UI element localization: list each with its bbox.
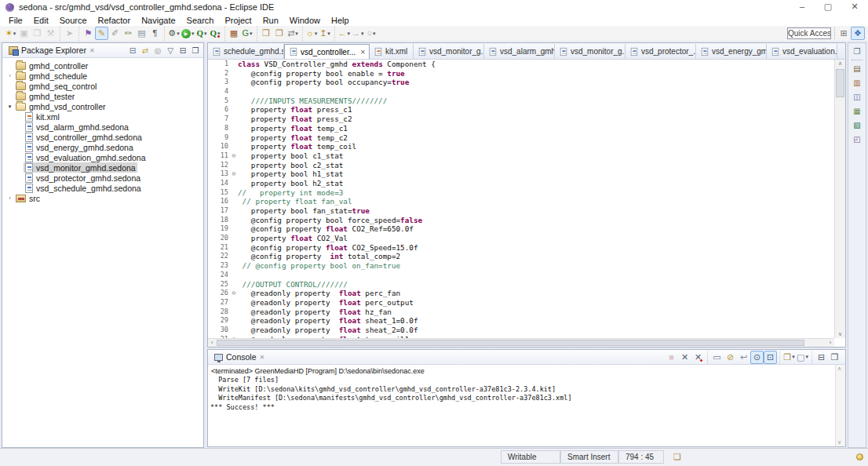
view-close-icon[interactable]: ✕: [89, 47, 95, 54]
display-console-icon[interactable]: ▢▾: [796, 351, 809, 364]
fold-marker-icon[interactable]: ⊖: [230, 151, 238, 161]
menu-help[interactable]: Help: [326, 16, 355, 25]
run-icon[interactable]: ▶▾: [181, 27, 195, 40]
menu-run[interactable]: Run: [257, 16, 284, 25]
editor-vscroll-thumb[interactable]: [836, 69, 844, 97]
maximize-view-icon[interactable]: ❐: [828, 351, 841, 364]
fold-marker-icon[interactable]: ⊖: [230, 169, 238, 179]
profile-icon[interactable]: Q▾: [209, 27, 222, 40]
minimized-view-4-icon[interactable]: ▦: [850, 105, 864, 117]
menu-project[interactable]: Project: [219, 16, 257, 25]
link-editor-icon[interactable]: ⇄▾: [286, 27, 300, 40]
console-scroll-down-icon[interactable]: ∨: [837, 439, 841, 446]
minimize-view-icon[interactable]: ⊟: [177, 45, 189, 56]
tree-item-src[interactable]: ›src: [2, 193, 203, 203]
console-close-icon[interactable]: ✕: [260, 354, 265, 361]
save-all-icon[interactable]: ❐: [31, 27, 44, 40]
menu-edit[interactable]: Edit: [28, 16, 54, 25]
notification-bulb-icon[interactable]: [856, 453, 863, 461]
editor-tab-vsd-controller-[interactable]: vsd_controller...✕: [284, 44, 370, 59]
tree-item-gmhd-schedule[interactable]: ›gmhd_schedule: [2, 71, 203, 81]
tree-item-vsd-schedule-gmhd-sedona[interactable]: vsd_schedule_gmhd.sedona: [2, 183, 203, 193]
debug-icon[interactable]: ⚙▾: [167, 27, 181, 40]
window-minimize-button[interactable]: –: [790, 0, 814, 13]
maximize-view-icon[interactable]: ❐: [189, 45, 202, 56]
scroll-down-icon[interactable]: ∨: [835, 331, 845, 337]
tree-item-gmhd-vsd-controller[interactable]: ▾gmhd_vsd_controller: [2, 101, 203, 111]
editor-tab-vsd-energy-gm-[interactable]: vsd_energy_gm...: [696, 44, 767, 59]
next-annotation-icon[interactable]: ○▾: [365, 27, 378, 40]
tree-item-vsd-energy-gmhd-sedona[interactable]: vsd_energy_gmhd.sedona: [2, 142, 203, 152]
tree-item-vsd-monitor-gmhd-sedona[interactable]: vsd_monitor_gmhd.sedona: [2, 162, 203, 173]
editor-tab-vsd-evaluation-[interactable]: vsd_evaluation...: [767, 44, 837, 59]
minimized-view-2-icon[interactable]: ▥: [850, 77, 864, 89]
clear-console-icon[interactable]: ▭: [710, 351, 724, 364]
minimized-view-6-icon[interactable]: ◰: [850, 133, 864, 145]
editor-horizontal-scrollbar[interactable]: ‹ ›: [208, 338, 834, 347]
minimized-view-3-icon[interactable]: ◫: [850, 91, 864, 103]
console-scroll-up-icon[interactable]: ∧: [837, 366, 841, 372]
minimized-view-1-icon[interactable]: ▤: [850, 63, 864, 75]
tree-item-vsd-evaluation-gmhd-sedona[interactable]: vsd_evaluation_gmhd.sedona: [2, 152, 203, 162]
window-close-button[interactable]: ✕: [843, 0, 866, 13]
menu-file[interactable]: File: [3, 16, 28, 25]
link-with-editor-icon[interactable]: ⇄: [139, 45, 151, 56]
editor-hscroll-thumb[interactable]: [217, 340, 804, 346]
editor-tab-kit-xml[interactable]: kit.xml: [370, 44, 414, 59]
tree-item-kit-xml[interactable]: kit.xml: [2, 111, 203, 122]
sedona-doc-icon[interactable]: ▤: [135, 27, 148, 40]
remove-all-launches-icon[interactable]: ✕: [691, 351, 705, 364]
tree-item-vsd-alarm-gmhd-sedona[interactable]: vsd_alarm_gmhd.sedona: [2, 122, 203, 132]
tree-item-vsd-protector-gmhd-sedona[interactable]: vsd_protector_gmhd.sedona: [2, 173, 203, 183]
remove-launch-icon[interactable]: ✕: [678, 351, 691, 364]
coverage-icon[interactable]: Q▾: [195, 27, 209, 40]
editor-tab-vsd-protector-[interactable]: vsd_protector_...: [625, 44, 696, 59]
sedona-edit-icon[interactable]: ✏: [122, 27, 135, 40]
view-menu-icon[interactable]: ▽: [164, 45, 177, 56]
minimize-view-icon[interactable]: ⊟: [815, 351, 828, 364]
scroll-lock-icon[interactable]: ⊘: [724, 351, 737, 364]
code-editor[interactable]: 1class VSD_Controller_gmhd extends Compo…: [209, 60, 834, 338]
tree-item-gmhd-controller[interactable]: gmhd_controller: [2, 60, 203, 71]
pin-console-icon[interactable]: ⊙: [750, 351, 764, 364]
menu-refactor[interactable]: Refactor: [93, 16, 137, 25]
menu-search[interactable]: Search: [181, 16, 220, 25]
sedona-kit-icon[interactable]: ⚑: [82, 27, 95, 40]
menu-navigate[interactable]: Navigate: [136, 16, 181, 25]
last-edit-location-icon[interactable]: ☼▾: [305, 27, 319, 40]
tree-item-gmhd-tester[interactable]: gmhd_tester: [2, 91, 203, 101]
editor-tab-vsd-monitor-g-[interactable]: vsd_monitor_g...: [414, 44, 484, 59]
show-on-output-icon[interactable]: ⊡: [764, 351, 777, 364]
quick-access-input[interactable]: Quick Access: [787, 27, 831, 39]
tree-expander-icon[interactable]: ›: [5, 193, 14, 203]
tree-item-gmhd-seq-control[interactable]: gmhd_seq_control: [2, 81, 203, 91]
update-site-icon[interactable]: G▾: [241, 27, 254, 40]
editor-vertical-scrollbar[interactable]: ∧ ∨: [834, 60, 845, 338]
console-output[interactable]: Parse [7 files] WriteKit [D:\sedona\kits…: [208, 376, 845, 412]
word-wrap-icon[interactable]: ↩: [737, 351, 750, 364]
scroll-up-icon[interactable]: ∧: [835, 60, 845, 67]
sedona-perspective-icon[interactable]: ❖: [851, 27, 865, 40]
sedona-build-icon[interactable]: ✎: [95, 27, 108, 40]
menu-window[interactable]: Window: [284, 16, 326, 25]
open-perspective-icon[interactable]: ⊞: [837, 27, 851, 40]
selection-tool-icon[interactable]: ➤: [63, 27, 76, 40]
restore-views-icon[interactable]: ❐: [850, 46, 864, 57]
menu-source[interactable]: Source: [54, 16, 93, 25]
open-console-icon[interactable]: ❐▾: [782, 351, 796, 364]
edit-status-icon[interactable]: ❏: [673, 452, 681, 462]
tree-expander-icon[interactable]: ›: [5, 71, 14, 81]
window-maximize-button[interactable]: ▢: [816, 0, 840, 13]
forward-icon[interactable]: →▾: [351, 27, 365, 40]
terminate-icon[interactable]: ■: [665, 351, 678, 364]
fold-marker-icon[interactable]: ⊖: [230, 289, 238, 298]
editor-tab-schedule-gmhd-s-[interactable]: schedule_gmhd.s...: [208, 44, 284, 59]
minimized-view-5-icon[interactable]: ▧: [850, 119, 864, 131]
open-resource-icon[interactable]: ❐: [273, 27, 286, 40]
project-tree[interactable]: gmhd_controller›gmhd_schedulegmhd_seq_co…: [2, 58, 203, 203]
editor-tab-vsd-alarm-gmhd-[interactable]: vsd_alarm_gmhd...: [484, 44, 555, 59]
console-vertical-scrollbar[interactable]: ∧ ∨: [835, 365, 845, 446]
open-type-icon[interactable]: ❒: [260, 27, 273, 40]
scroll-right-icon[interactable]: ›: [826, 339, 834, 347]
tab-close-icon[interactable]: ✕: [360, 49, 366, 56]
